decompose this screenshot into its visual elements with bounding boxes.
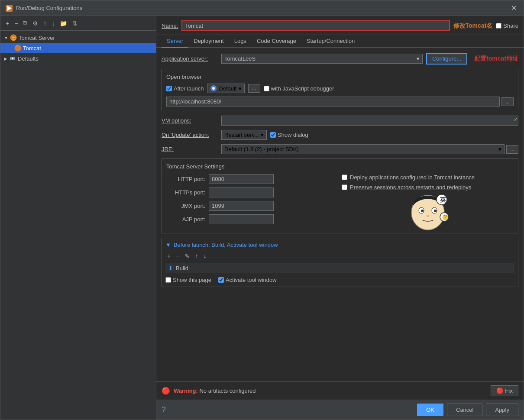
tomcat-item-label: Tomcat	[23, 45, 41, 52]
svg-text:🐱: 🐱	[12, 36, 16, 40]
fix-button[interactable]: 🔴 Fix	[491, 385, 518, 396]
before-launch-label: Before launch: Build, Activate tool wind…	[174, 242, 278, 248]
ajp-port-input[interactable]	[209, 214, 274, 224]
move-down-button[interactable]: ↓	[50, 19, 56, 28]
defaults-label: Defaults	[18, 55, 39, 62]
share-row: Share	[496, 23, 518, 29]
show-dialog-checkbox[interactable]	[270, 132, 276, 138]
on-update-select[interactable]: Restart serv... ▾	[221, 130, 267, 140]
browser-ellipsis-button[interactable]: ...	[248, 84, 260, 93]
jmx-port-row: JMX port:	[166, 201, 338, 211]
after-launch-checkbox-label[interactable]: After launch	[166, 85, 204, 92]
deploy-tomcat-label[interactable]: Deploy applications configured in Tomcat…	[350, 174, 475, 181]
sidebar: + − ⧉ ⚙ ↑ ↓ 📁 ⇅ ▼ 🐱 Tomcat Se	[0, 16, 156, 420]
tomcat-settings-grid: HTTP port: HTTPs port: JMX port:	[166, 174, 514, 229]
js-debugger-checkbox-label[interactable]: with JavaScript debugger	[264, 85, 334, 92]
help-button[interactable]: ?	[162, 404, 166, 416]
tab-logs[interactable]: Logs	[229, 35, 252, 48]
vm-options-input[interactable]	[221, 116, 518, 126]
activate-tool-window-checkbox[interactable]	[218, 277, 224, 283]
show-this-page-label[interactable]: Show this page	[165, 277, 211, 283]
sidebar-toolbar: + − ⧉ ⚙ ↑ ↓ 📁 ⇅	[0, 16, 156, 31]
preserve-sessions-checkbox[interactable]	[342, 184, 347, 190]
tab-code-coverage[interactable]: Code Coverage	[252, 35, 301, 48]
ajp-port-row: AJP port:	[166, 214, 338, 224]
name-row: Name: 修改Tomcat名 Share	[156, 16, 524, 35]
jre-ellipsis-button[interactable]: ...	[506, 145, 518, 154]
app-server-value: TomcatLeeS	[224, 55, 256, 62]
configure-annotation: 配置tomcat地址	[474, 55, 518, 63]
name-annotation: 修改Tomcat名	[453, 22, 493, 30]
url-input[interactable]	[166, 97, 500, 107]
tab-server[interactable]: Server	[162, 35, 188, 48]
vm-expand-button[interactable]: ⤢	[514, 116, 518, 122]
url-ellipsis-button[interactable]: ...	[501, 97, 514, 106]
js-debugger-checkbox[interactable]	[264, 86, 269, 91]
tomcat-chevron: ▼	[4, 36, 8, 40]
tree-group-tomcat-header[interactable]: ▼ 🐱 Tomcat Server	[0, 32, 156, 43]
show-page-row: Show this page Activate tool window	[165, 273, 514, 283]
sort-button[interactable]: ⇅	[71, 19, 79, 28]
jre-selector[interactable]: Default (1.8 (2) - project SDK) ▾	[221, 144, 505, 154]
jmx-port-input[interactable]	[209, 201, 274, 211]
preserve-sessions-label[interactable]: Preserve sessions across restarts and re…	[350, 184, 471, 191]
show-dialog-checkbox-label[interactable]: Show dialog	[270, 132, 308, 138]
after-launch-checkbox[interactable]	[166, 86, 172, 91]
share-checkbox[interactable]	[496, 23, 501, 29]
tree-group-defaults: ▶ Defaults	[0, 53, 156, 64]
https-port-input[interactable]	[209, 187, 274, 197]
close-button[interactable]: ✕	[509, 4, 518, 12]
browser-default-label: Default	[219, 85, 236, 92]
before-launch-toolbar: + − ✎ ↑ ↓	[165, 252, 514, 260]
svg-text:英: 英	[440, 196, 446, 203]
copy-config-button[interactable]: ⧉	[21, 19, 29, 28]
svg-point-11	[421, 210, 424, 212]
edit-launch-button[interactable]: ✎	[183, 252, 191, 260]
preserve-sessions-label-text: Preserve sessions across restarts and re…	[350, 184, 471, 191]
on-update-dropdown-icon: ▾	[261, 132, 264, 138]
on-update-controls: Restart serv... ▾ Show dialog	[221, 130, 308, 140]
jre-value: Default (1.8 (2) - project SDK)	[224, 146, 299, 152]
add-launch-button[interactable]: +	[165, 252, 172, 260]
remove-config-button[interactable]: −	[13, 19, 19, 28]
on-update-label: On 'Update' action:	[162, 132, 218, 138]
name-input[interactable]	[181, 20, 450, 31]
tab-deployment[interactable]: Deployment	[188, 35, 229, 48]
jre-controls: Default (1.8 (2) - project SDK) ▾ ...	[221, 144, 518, 154]
http-port-row: HTTP port:	[166, 174, 338, 184]
move-up-button[interactable]: ↑	[42, 19, 48, 28]
app-server-field[interactable]: TomcatLeeS ▾	[221, 54, 423, 64]
vm-options-label: VM options:	[162, 117, 218, 124]
activate-tool-window-label[interactable]: Activate tool window	[218, 277, 277, 283]
panel-body: Application server: TomcatLeeS ▾ Configu…	[156, 48, 524, 381]
apply-button[interactable]: Apply	[486, 404, 518, 416]
browser-options-row: After launch Default ▾	[166, 84, 514, 93]
on-update-row: On 'Update' action: Restart serv... ▾ Sh…	[162, 130, 518, 140]
jre-row: JRE: Default (1.8 (2) - project SDK) ▾ .…	[162, 144, 518, 154]
http-port-input[interactable]	[209, 174, 274, 184]
configure-button[interactable]: Configure...	[426, 53, 467, 65]
cancel-button[interactable]: Cancel	[447, 404, 482, 416]
svg-point-12	[434, 210, 437, 212]
app-server-row: Application server: TomcatLeeS ▾ Configu…	[162, 53, 518, 65]
tree-group-defaults-header[interactable]: ▶ Defaults	[0, 53, 156, 64]
tomcat-server-icon: 🐱	[10, 34, 17, 41]
show-this-page-checkbox[interactable]	[165, 277, 171, 283]
warning-bold: Warning:	[174, 388, 198, 394]
browser-selector[interactable]: Default ▾	[207, 84, 244, 93]
before-launch-header[interactable]: ▼ Before launch: Build, Activate tool wi…	[165, 242, 514, 248]
app-server-dropdown-icon: ▾	[417, 55, 420, 62]
open-browser-label: Open browser	[166, 74, 514, 80]
tomcat-item[interactable]: Tomcat	[0, 43, 156, 53]
remove-launch-button[interactable]: −	[174, 252, 181, 260]
add-config-button[interactable]: +	[4, 19, 11, 28]
before-launch-section: ▼ Before launch: Build, Activate tool wi…	[162, 238, 518, 287]
folder-button[interactable]: 📁	[58, 19, 69, 28]
tab-startup-connection[interactable]: Startup/Connection	[301, 35, 360, 48]
deploy-tomcat-checkbox[interactable]	[342, 174, 347, 180]
launch-up-button[interactable]: ↑	[193, 252, 200, 260]
settings-config-button[interactable]: ⚙	[31, 19, 40, 28]
ok-button[interactable]: OK	[417, 404, 443, 416]
right-panel: Name: 修改Tomcat名 Share Server Deployment …	[156, 16, 524, 420]
launch-down-button[interactable]: ↓	[201, 252, 208, 260]
